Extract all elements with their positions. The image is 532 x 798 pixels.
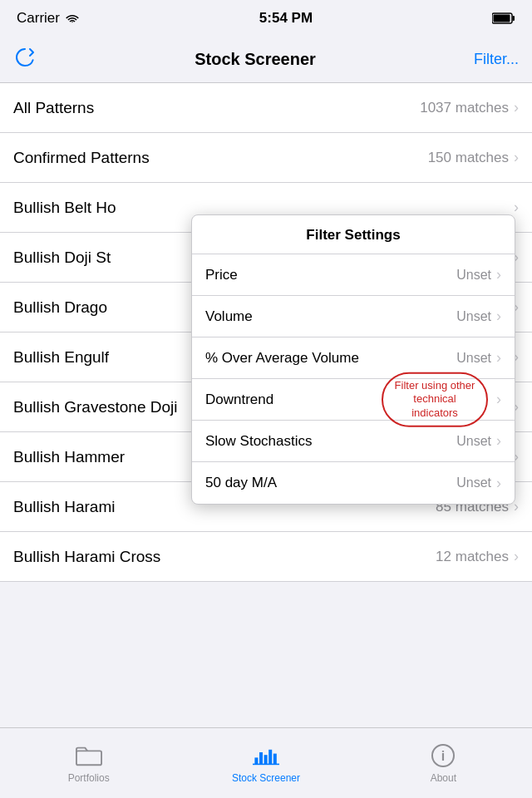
carrier-label: Carrier [17, 10, 80, 27]
status-bar: Carrier 5:54 PM [0, 0, 532, 37]
chevron-icon: › [514, 548, 519, 565]
svg-rect-8 [273, 754, 277, 765]
filter-header: Filter Settings [192, 215, 515, 254]
tab-about[interactable]: i About [355, 742, 532, 784]
svg-rect-1 [512, 16, 515, 21]
filter-row-50day-ma[interactable]: 50 day M/A Unset › [192, 462, 515, 504]
tab-bar: Portfolios Stock Screener i About [0, 727, 532, 798]
chevron-icon: › [496, 266, 501, 283]
nav-title: Stock Screener [195, 50, 316, 69]
refresh-button[interactable] [13, 46, 37, 74]
chevron-icon: › [496, 432, 501, 450]
battery-indicator [492, 12, 515, 24]
svg-rect-4 [254, 757, 258, 764]
filter-row-volume[interactable]: Volume Unset › [192, 296, 515, 337]
chevron-icon: › [496, 475, 501, 492]
chevron-icon: › [514, 149, 519, 166]
chart-icon [253, 742, 279, 769]
tooltip-bubble: Filter using other technical indicators [382, 372, 488, 427]
tab-stock-screener[interactable]: Stock Screener [177, 742, 354, 784]
filter-settings-overlay: Filter Settings Price Unset › Volume Uns… [191, 214, 515, 505]
list-item[interactable]: Bullish Harami Cross 12 matches › [0, 532, 532, 582]
tab-portfolios[interactable]: Portfolios [0, 742, 177, 784]
svg-text:i: i [441, 749, 445, 763]
list-item[interactable]: Confirmed Patterns 150 matches › [0, 133, 532, 183]
filter-title: Filter Settings [306, 227, 400, 243]
nav-bar: Stock Screener Filter... [0, 37, 532, 83]
filter-row-price[interactable]: Price Unset › [192, 254, 515, 296]
status-time: 5:54 PM [259, 10, 313, 27]
info-icon: i [430, 742, 456, 769]
list-item[interactable]: All Patterns 1037 matches › [0, 83, 532, 133]
svg-rect-5 [259, 752, 263, 764]
svg-rect-6 [264, 755, 268, 764]
battery-icon [492, 12, 515, 24]
filter-row-downtrend[interactable]: Downtrend Filter using other technical i… [192, 379, 515, 421]
folder-icon [76, 742, 102, 769]
filter-row-slow-stochastics[interactable]: Slow Stochastics Unset › [192, 421, 515, 462]
svg-rect-2 [493, 15, 510, 22]
filter-button[interactable]: Filter... [474, 51, 519, 68]
wifi-icon [65, 12, 80, 24]
tab-about-label: About [431, 772, 456, 784]
svg-rect-7 [268, 750, 272, 765]
chevron-icon: › [496, 391, 501, 408]
chevron-icon: › [496, 308, 501, 325]
chevron-icon: › [514, 99, 519, 116]
svg-rect-3 [76, 751, 101, 765]
chevron-icon: › [514, 199, 519, 216]
tab-portfolios-label: Portfolios [68, 772, 110, 784]
tab-stock-screener-label: Stock Screener [232, 772, 300, 784]
chevron-icon: › [496, 349, 501, 367]
